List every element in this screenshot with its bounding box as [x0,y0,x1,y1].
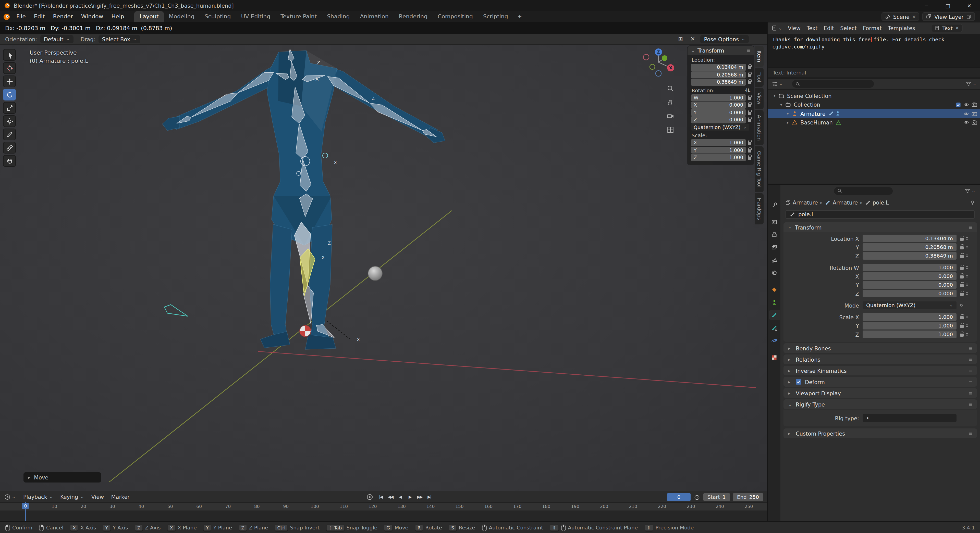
expand-arrow-icon[interactable]: ▸ [784,121,791,125]
copy-icon[interactable] [966,14,971,19]
workspace-tab-scripting[interactable]: Scripting [478,11,513,22]
tool-tweak-button[interactable] [3,49,16,61]
breadcrumb-item-armature-0[interactable]: Armature [785,200,818,206]
selected-bone-pole-l[interactable] [300,249,315,296]
frame-start-field[interactable]: Start 1 [703,493,730,501]
expand-arrow-icon[interactable]: ▸ [784,111,791,116]
orientation-dropdown[interactable]: Default ⌄ [40,35,73,43]
section-viewport-display[interactable]: ▸Viewport Display≡ [783,388,977,398]
text-datablock-selector[interactable]: Text ✕ [931,24,963,32]
rotation-mode-dropdown[interactable]: Quaternion (WXYZ)⌄ [691,124,749,130]
timeline-menu-playback[interactable]: Playback⌄ [20,494,57,500]
property-field[interactable]: 1.000 [862,331,956,338]
bone[interactable] [369,103,423,130]
section-bendy-bones[interactable]: ▸Bendy Bones≡ [783,343,977,353]
animate-dot[interactable] [966,246,968,248]
grip-icon[interactable]: ≡ [969,379,972,384]
grip-icon[interactable]: ≡ [969,368,972,373]
breadcrumb-item-armature-1[interactable]: Armature [825,200,858,206]
gizmo-neg-y-axis[interactable] [650,64,655,69]
rotation-x-field[interactable]: X0.000 [691,102,746,108]
timeline-menu-marker[interactable]: Marker [107,494,133,500]
menu-window[interactable]: Window [77,11,107,22]
lock-icon[interactable] [748,119,751,122]
gizmo-y-axis[interactable] [662,56,667,61]
workspace-tab-compositing[interactable]: Compositing [433,11,478,22]
next-keyframe-button[interactable]: ▶▶ [415,493,424,501]
tool-move-button[interactable] [3,76,16,87]
properties-tab-render[interactable] [769,217,780,227]
bone[interactable] [177,116,191,124]
lock-icon[interactable] [748,97,751,100]
sidebar-tab-hardops[interactable]: HardOps [755,193,764,224]
properties-filter-icon[interactable]: ⌄ [965,188,975,194]
section-relations[interactable]: ▸Relations≡ [783,354,977,364]
outliner-row-scene-collection[interactable]: ▾Scene Collection [768,91,980,100]
properties-tab-scene[interactable] [769,255,780,265]
gizmo-x-axis[interactable] [667,64,674,71]
pin-icon[interactable] [970,200,975,205]
lock-icon[interactable] [748,112,751,115]
scale-z-field[interactable]: Z1.000 [691,154,746,161]
rotation-y-field[interactable]: Y0.000 [691,109,746,116]
property-field[interactable]: 1.000 [862,313,956,321]
operator-panel[interactable]: ▸ Move [24,472,101,482]
gizmo-z-axis[interactable] [655,48,662,56]
add-workspace-button[interactable]: + [513,11,526,22]
location-0-field[interactable]: 0.13404 m [691,64,746,71]
timeline-editor-type-icon[interactable]: ⌄ [4,493,16,500]
outliner-filter-icon[interactable]: ⌄ [966,81,977,87]
animate-dot[interactable] [966,284,968,286]
grip-icon[interactable]: ≡ [969,402,972,407]
timeline-ruler[interactable]: 0102030405060708090100110120130140150160… [0,503,767,511]
grip-icon[interactable]: ≡ [746,48,750,53]
outliner-row-collection[interactable]: ▾Collection [768,100,980,109]
property-field[interactable]: 0.000 [862,281,956,289]
proportional-editing-icon[interactable]: ⊞ [676,35,685,43]
property-field[interactable]: 1.000 [862,264,956,271]
rotation-w-field[interactable]: W1.000 [691,94,746,101]
animate-dot[interactable] [966,292,968,295]
outliner-editor-type-icon[interactable]: ⌄ [772,81,783,87]
bone[interactable] [300,159,311,191]
property-dropdown[interactable]: Quaternion (WXYZ)⌄ [862,302,956,309]
pose-options-dropdown[interactable]: Pose Options ⌄ [700,35,749,43]
menu-file[interactable]: File [12,11,30,22]
text-menu-templates[interactable]: Templates [885,25,918,31]
playhead-frame-pill[interactable]: 0 [22,503,29,509]
bone[interactable] [290,61,297,81]
tool-extras-button[interactable] [3,155,16,167]
grip-icon[interactable]: ≡ [969,346,972,351]
rotation-z-field[interactable]: Z0.000 [691,116,746,123]
bone[interactable] [276,73,289,79]
bone[interactable] [303,286,313,324]
workspace-tab-animation[interactable]: Animation [355,11,394,22]
grip-icon[interactable]: ≡ [969,357,972,362]
menu-edit[interactable]: Edit [30,11,49,22]
workspace-tab-rendering[interactable]: Rendering [394,11,433,22]
eye-icon[interactable] [963,102,969,108]
eye-icon[interactable] [963,111,969,117]
outliner-search-input[interactable] [792,80,873,88]
tool-scale-button[interactable] [3,102,16,114]
properties-tab-physics[interactable] [769,336,780,345]
unlink-icon[interactable]: ✕ [955,25,959,30]
workspace-tab-layout[interactable]: Layout [135,11,164,22]
section-custom-properties[interactable]: ▸Custom Properties≡ [783,428,977,438]
text-editor-type-icon[interactable]: ⌄ [771,25,782,31]
bone[interactable] [302,76,325,82]
lock-icon[interactable] [960,238,964,241]
breadcrumb-item-pole-l-2[interactable]: pole.L [865,200,889,206]
lock-icon[interactable] [748,142,751,145]
sidebar-tab-view[interactable]: View [755,88,764,109]
scale-y-field[interactable]: Y1.000 [691,147,746,154]
text-menu-text[interactable]: Text [803,25,821,31]
tool-measure-button[interactable] [3,142,16,154]
expand-arrow-icon[interactable]: ▾ [771,94,778,98]
workspace-tab-texture-paint[interactable]: Texture Paint [275,11,322,22]
property-field[interactable]: 0.13404 m [862,235,956,242]
blender-menu-icon[interactable] [3,13,10,20]
workspace-tab-shading[interactable]: Shading [322,11,355,22]
maximize-button[interactable]: □ [937,0,959,11]
bone[interactable] [423,130,436,137]
